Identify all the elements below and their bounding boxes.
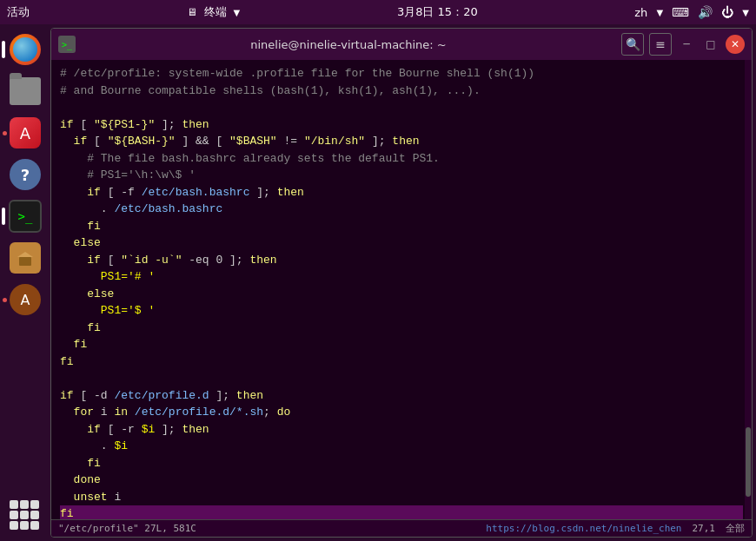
- code-line-13: PS1='# ': [60, 268, 743, 286]
- terminal-title-center: ninelie@ninelie-virtual-machine: ~: [76, 38, 621, 51]
- code-line-26: unset i: [60, 489, 743, 506]
- terminal-search-button[interactable]: 🔍: [621, 33, 644, 56]
- dock-item-help[interactable]: ?: [7, 156, 43, 193]
- file-info: "/etc/profile" 27L, 581C: [58, 523, 196, 534]
- dock-item-package[interactable]: [7, 240, 43, 276]
- code-line-16: fi: [60, 320, 743, 337]
- code-line-14: else: [60, 286, 743, 303]
- terminal-maximize-button[interactable]: □: [701, 35, 720, 54]
- firefox-icon: [10, 34, 41, 65]
- code-line-10: fi: [60, 218, 743, 235]
- title-bar-right[interactable]: 🔍 ≡ ─ □ ✕: [621, 33, 745, 56]
- terminal-window-icon: >_: [58, 36, 76, 53]
- activity-label[interactable]: 活动: [7, 4, 30, 20]
- power-icon[interactable]: ⏻: [721, 5, 733, 19]
- terminal-minimize-button[interactable]: ─: [677, 35, 696, 54]
- code-line-20: if [ -d /etc/profile.d ]; then: [60, 387, 743, 405]
- code-line-5: if [ "${BASH-}" ] && [ "$BASH" != "/bin/…: [60, 133, 743, 150]
- code-line-15: PS1='$ ': [60, 302, 743, 320]
- code-line-11: else: [60, 234, 743, 252]
- terminal-content-area[interactable]: # /etc/profile: system-wide .profile fil…: [51, 60, 752, 519]
- terminal-scrollbar[interactable]: [745, 60, 752, 519]
- update-icon: A: [10, 284, 41, 315]
- code-line-18: fi: [60, 353, 743, 371]
- code-line-1: # /etc/profile: system-wide .profile fil…: [60, 65, 743, 82]
- terminal-window-title: ninelie@ninelie-virtual-machine: ~: [250, 38, 447, 51]
- title-bar-left: >_: [58, 36, 76, 53]
- code-line-4: if [ "${PS1-}" ]; then: [60, 116, 743, 134]
- system-dropdown-icon[interactable]: ▼: [742, 8, 749, 17]
- code-line-27: fi: [60, 505, 743, 519]
- dock-item-appstore[interactable]: A: [7, 115, 43, 151]
- code-line-22: if [ -r $i ]; then: [60, 421, 743, 439]
- dock-item-update[interactable]: A: [7, 281, 43, 318]
- top-bar-left: 活动: [7, 4, 30, 20]
- all-label: 全部: [726, 522, 745, 535]
- line-col: 27,1: [693, 523, 716, 534]
- terminal-close-button[interactable]: ✕: [726, 35, 745, 54]
- package-icon: [10, 242, 41, 274]
- dock-item-files[interactable]: [7, 73, 43, 109]
- top-bar-center: 🖥 终端 ▼: [187, 4, 241, 20]
- code-line-21: for i in /etc/profile.d/*.sh; do: [60, 404, 743, 421]
- code-line-12: if [ "`id -u`" -eq 0 ]; then: [60, 252, 743, 269]
- scrollbar-thumb[interactable]: [746, 427, 751, 496]
- code-line-8: if [ -f /etc/bash.bashrc ]; then: [60, 184, 743, 201]
- code-line-9: . /etc/bash.bashrc: [60, 201, 743, 218]
- top-bar-right: zh ▼ ⌨ 🔊 ⏻ ▼: [634, 5, 749, 19]
- code-line-7: # PS1='\h:\w\$ ': [60, 167, 743, 184]
- dock-item-apps[interactable]: [7, 498, 43, 534]
- help-icon: ?: [10, 159, 41, 190]
- terminal-menu-button[interactable]: ≡: [649, 33, 672, 56]
- terminal-dock-icon: >_: [9, 200, 42, 233]
- code-line-23: . $i: [60, 438, 743, 455]
- terminal-status-bar: "/etc/profile" 27L, 581C https://blog.cs…: [51, 519, 752, 537]
- code-line-25: done: [60, 472, 743, 489]
- code-line-17: fi: [60, 336, 743, 353]
- code-line-2: # and Bourne compatible shells (bash(1),…: [60, 82, 743, 100]
- terminal-title-icon: 🖥: [187, 6, 197, 18]
- code-line-6: # The file bash.bashrc already sets the …: [60, 150, 743, 168]
- application-dock: A ? >_ A: [0, 24, 50, 541]
- svg-marker-1: [17, 252, 33, 257]
- code-line-3: [60, 99, 743, 116]
- dock-item-terminal[interactable]: >_: [7, 198, 43, 234]
- code-line-24: fi: [60, 455, 743, 472]
- volume-icon[interactable]: 🔊: [698, 5, 713, 19]
- main-layout: A ? >_ A: [0, 24, 756, 541]
- keyboard-icon[interactable]: ⌨: [672, 5, 689, 19]
- terminal-top-label[interactable]: 终端: [204, 4, 227, 20]
- dropdown-arrow-icon[interactable]: ▼: [234, 8, 241, 17]
- lang-label[interactable]: zh: [634, 6, 647, 19]
- appstore-icon: A: [10, 117, 41, 148]
- terminal-window: >_ ninelie@ninelie-virtual-machine: ~ 🔍 …: [50, 28, 753, 538]
- dock-item-firefox[interactable]: [7, 31, 43, 68]
- url-info: https://blog.csdn.net/ninelie_chen: [486, 523, 681, 534]
- system-top-bar: 活动 🖥 终端 ▼ 3月8日 15：20 zh ▼ ⌨ 🔊 ⏻ ▼: [0, 0, 756, 24]
- apps-grid-icon: [10, 500, 41, 531]
- terminal-title-bar: >_ ninelie@ninelie-virtual-machine: ~ 🔍 …: [51, 29, 752, 60]
- svg-rect-2: [23, 257, 27, 266]
- lang-dropdown-icon[interactable]: ▼: [656, 8, 663, 17]
- code-line-19: [60, 370, 743, 387]
- datetime-label: 3月8日 15：20: [397, 4, 478, 20]
